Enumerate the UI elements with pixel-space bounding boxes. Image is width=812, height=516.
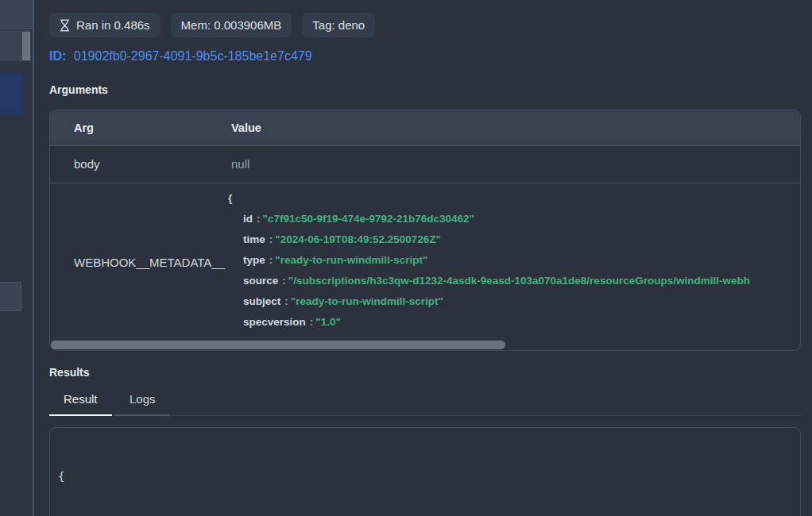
runtime-badge-label: Ran in 0.486s: [76, 18, 150, 32]
table-row-body: body null: [50, 146, 800, 183]
tab-logs[interactable]: Logs: [115, 392, 170, 416]
sidebar-top-panel: [0, 0, 33, 29]
json-entry-source: source:"/subscriptions/h3c3qw-d1232-4asd…: [228, 271, 800, 291]
run-id-line: ID: 01902fb0-2967-4091-9b5c-185be1e7c479: [49, 49, 312, 64]
arg-column-header: Arg: [74, 121, 94, 134]
memory-badge-label: Mem: 0.003906MB: [181, 18, 282, 32]
horizontal-scrollbar: [51, 340, 799, 349]
results-tabs: Result Logs: [49, 392, 801, 416]
sidebar-lower-panel: [0, 282, 21, 311]
json-colon: :: [265, 254, 276, 266]
table-row-webhook-metadata: WEBHOOK__METADATA__ { id:"c7f91c50-9f19-…: [50, 183, 800, 341]
arg-name-body: body: [74, 157, 100, 171]
memory-badge: Mem: 0.003906MB: [171, 13, 292, 37]
code-open-brace: {: [58, 470, 64, 483]
json-entry-id: id:"c7f91c50-9f19-474e-9792-21b76dc30462…: [228, 209, 800, 229]
arguments-table-header: Arg Value: [50, 110, 800, 146]
json-entry-specversion: specversion:"1.0": [228, 312, 800, 333]
json-colon: :: [278, 275, 288, 287]
json-value: "c7f91c50-9f19-474e-9792-21b76dc30462": [263, 213, 475, 225]
json-key: specversion: [243, 316, 306, 328]
json-value: "2024-06-19T08:49:52.2500726Z": [275, 233, 441, 245]
arguments-table: Arg Value body null WEBHOOK__METADATA__ …: [49, 110, 801, 351]
json-value: "ready-to-run-windmill-script": [291, 295, 443, 307]
results-title: Results: [49, 366, 90, 379]
arg-name-webhook-metadata: WEBHOOK__METADATA__: [74, 256, 225, 269]
json-colon: :: [306, 316, 316, 328]
json-value: "ready-to-run-windmill-script": [275, 254, 427, 266]
run-detail-panel: Ran in 0.486s Mem: 0.003906MB Tag: deno …: [34, 0, 812, 516]
run-id-value[interactable]: 01902fb0-2967-4091-9b5c-185be1e7c479: [74, 49, 312, 63]
json-value: "1.0": [315, 316, 341, 328]
sidebar: [0, 0, 33, 516]
json-key: source: [243, 275, 278, 287]
json-key: id: [243, 213, 253, 225]
json-colon: :: [280, 295, 291, 307]
runtime-badge: Ran in 0.486s: [49, 13, 160, 37]
json-open-brace-line: {: [228, 188, 800, 209]
json-colon: :: [265, 233, 276, 245]
json-open-brace: {: [228, 192, 232, 204]
json-entry-time: time:"2024-06-19T08:49:52.2500726Z": [228, 229, 800, 250]
horizontal-scrollbar-thumb[interactable]: [51, 341, 505, 349]
arg-value-null: null: [231, 157, 249, 171]
code-open-brace-line: {: [58, 468, 792, 484]
json-key: time: [243, 233, 265, 245]
json-key: subject: [243, 295, 280, 307]
run-id-label: ID:: [49, 49, 66, 63]
tag-badge-label: Tag: deno: [312, 18, 365, 32]
json-value: "/subscriptions/h3c3qw-d1232-4asdk-9easd…: [288, 275, 750, 287]
run-stats-badges: Ran in 0.486s Mem: 0.003906MB Tag: deno: [49, 13, 375, 37]
value-column-header: Value: [231, 121, 261, 134]
tag-badge: Tag: deno: [302, 13, 375, 37]
json-entry-type: type:"ready-to-run-windmill-script": [228, 250, 800, 271]
json-entry-subject: subject:"ready-to-run-windmill-script": [228, 291, 800, 312]
sidebar-selected-node[interactable]: [0, 73, 24, 114]
json-key: type: [243, 254, 265, 266]
result-code-block: { "str": "default arg", "union": "Hello …: [49, 427, 801, 516]
arguments-title: Arguments: [49, 83, 108, 96]
json-colon: :: [253, 213, 263, 225]
json-object-viewer: { id:"c7f91c50-9f19-474e-9792-21b76dc304…: [228, 188, 800, 341]
tab-result[interactable]: Result: [49, 392, 112, 416]
hourglass-icon: [60, 19, 70, 32]
sidebar-scrollbar-thumb[interactable]: [22, 32, 30, 60]
